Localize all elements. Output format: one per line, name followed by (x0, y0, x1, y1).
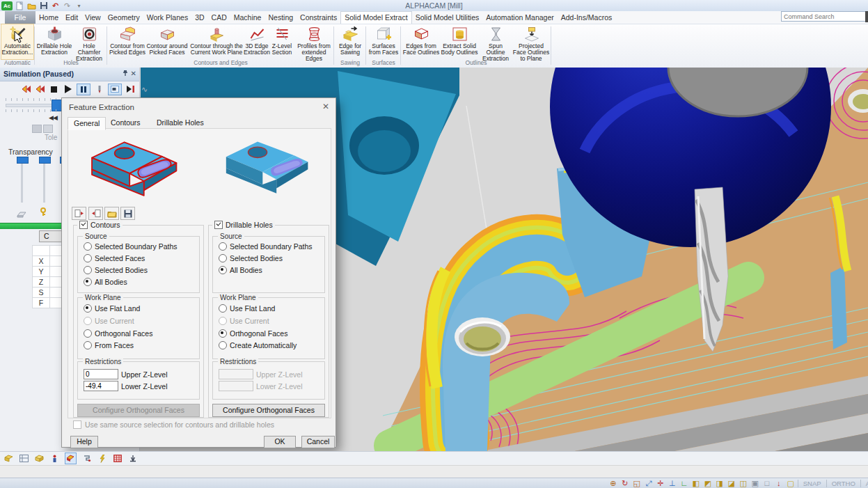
ok-button[interactable]: OK (264, 436, 296, 448)
go-to-start-icon[interactable] (21, 84, 31, 95)
probe-icon[interactable] (127, 453, 138, 464)
contours-source-boundary-radio[interactable] (84, 242, 92, 251)
view-cube-outline-icon[interactable]: □ (762, 479, 772, 488)
iso-view-icon[interactable]: ◧ (691, 479, 701, 488)
contours-checkbox[interactable] (79, 221, 88, 229)
open-feature-settings-button[interactable] (104, 207, 119, 220)
axes-icon[interactable]: ✛ (656, 479, 665, 488)
dialog-tab-drillable-holes[interactable]: Drillable Holes (151, 117, 210, 129)
snap-toggle[interactable]: SNAP (800, 480, 824, 487)
rapid-moves-icon[interactable] (97, 453, 107, 464)
tab-file[interactable]: File (5, 11, 35, 24)
hole-chamfer-extraction-button[interactable]: Hole Chamfer Extraction (72, 24, 106, 59)
collapse-arrows-icon[interactable]: ◀◀ (49, 114, 57, 121)
z-level-section-button[interactable]: Z-Level Section (269, 24, 295, 59)
contour-from-picked-edges-button[interactable]: Contour from Picked Edges (109, 24, 146, 59)
holes-source-bodies-radio[interactable] (219, 254, 227, 262)
contours-lower-z-input[interactable] (84, 381, 118, 391)
tab-home[interactable]: Home (35, 11, 62, 24)
command-search-input[interactable] (781, 11, 868, 22)
simulation-options-icon[interactable]: ∿ (139, 84, 150, 95)
simulation-mode-icon[interactable] (65, 452, 77, 464)
holes-wp-orthogonal-radio[interactable] (219, 329, 227, 338)
same-source-checkbox[interactable] (73, 420, 81, 429)
tab-machine[interactable]: Machine (230, 11, 265, 24)
nc-code-icon[interactable] (112, 453, 123, 464)
rotate-view-icon[interactable]: ↻ (620, 479, 630, 488)
dialog-tab-contours[interactable]: Contours (105, 117, 146, 129)
z-down-icon[interactable]: ↓ (774, 479, 784, 488)
view-cube-plain-icon[interactable]: ▣ (750, 479, 760, 488)
tab-constraints[interactable]: Constraints (297, 11, 340, 24)
close-panel-icon[interactable]: ✕ (131, 70, 136, 77)
iso-view-icon[interactable]: ◫ (739, 479, 748, 488)
z-axis-icon[interactable]: ∟ (679, 479, 689, 488)
zoom-window-icon[interactable]: ◱ (632, 479, 642, 488)
rotate-sphere-icon[interactable]: ⊕ (608, 479, 618, 488)
cancel-button[interactable]: Cancel (301, 436, 335, 448)
pause-icon[interactable] (77, 84, 90, 95)
spun-outline-extraction-button[interactable]: Spun Outline Extraction (479, 24, 512, 59)
simulation-panel-header[interactable]: Simulation (Paused) ✕ (0, 68, 139, 81)
surfaces-from-faces-button[interactable]: Surfaces from Faces (368, 24, 400, 59)
geometries-icon[interactable] (3, 453, 14, 464)
extract-solid-body-outlines-button[interactable]: Extract Solid Body Outlines (440, 24, 479, 59)
clamping-icon[interactable] (81, 453, 92, 464)
save-feature-settings-button[interactable] (120, 207, 135, 220)
tab-3d[interactable]: 3D (191, 11, 207, 24)
fast-rewind-icon[interactable] (35, 84, 45, 95)
dialog-close-icon[interactable]: ✕ (322, 102, 329, 111)
pin-icon[interactable] (123, 70, 128, 78)
holes-source-all-bodies-radio[interactable] (219, 266, 227, 274)
tab-cad[interactable]: CAD (208, 11, 230, 24)
sheet-layout-icon[interactable] (19, 453, 29, 464)
edge-for-sawing-button[interactable]: Edge for Sawing (336, 24, 365, 59)
auto-toggle[interactable]: AU (863, 480, 868, 487)
contours-source-all-bodies-radio[interactable] (84, 278, 92, 286)
dynamic-zoom-icon[interactable]: ⤢ (644, 479, 654, 488)
iso-view-icon[interactable]: ◨ (715, 479, 725, 488)
contours-upper-z-input[interactable] (84, 369, 118, 379)
contour-through-work-plane-button[interactable]: Contour through the Current Work Plane (188, 24, 245, 59)
iso-view-icon[interactable]: ◪ (727, 479, 736, 488)
3d-edge-extraction-button[interactable]: 3D Edge Extraction (245, 24, 269, 59)
holes-source-boundary-radio[interactable] (219, 242, 227, 251)
add-feature-set-button[interactable] (72, 207, 86, 220)
contours-source-bodies-radio[interactable] (84, 266, 92, 274)
holes-wp-create-auto-radio[interactable] (219, 341, 227, 349)
tab-nesting[interactable]: Nesting (265, 11, 297, 24)
tab-edit[interactable]: Edit (62, 11, 81, 24)
holes-configure-orthogonal-button[interactable]: Configure Orthogonal Faces (212, 404, 325, 417)
help-button[interactable]: Help (70, 436, 98, 448)
contours-wp-orthogonal-radio[interactable] (84, 329, 92, 338)
ortho-toggle[interactable]: ORTHO (829, 480, 858, 487)
tab-geometry[interactable]: Geometry (104, 11, 143, 24)
iso-view-icon[interactable]: ◩ (703, 479, 713, 488)
solids-icon[interactable] (34, 453, 45, 464)
toolpath-display-icon[interactable] (108, 84, 122, 95)
tab-view[interactable]: View (81, 11, 104, 24)
drillable-hole-extraction-button[interactable]: Drillable Hole Extraction (36, 24, 72, 59)
drillable-holes-checkbox[interactable] (214, 221, 223, 229)
contours-source-faces-radio[interactable] (84, 254, 92, 262)
tool-display-icon[interactable] (94, 84, 104, 95)
dialog-tab-general[interactable]: General (68, 117, 106, 130)
play-icon[interactable] (63, 84, 73, 95)
profiles-from-extended-edges-button[interactable]: Profiles from extended Edges (295, 24, 333, 59)
work-plane-axes-icon[interactable]: ⊥ (668, 479, 677, 488)
key-icon[interactable] (39, 207, 47, 219)
insert-feature-set-button[interactable] (88, 207, 103, 220)
tab-add-ins-macros[interactable]: Add-Ins/Macros (558, 11, 616, 24)
contours-wp-flat-land-radio[interactable] (84, 304, 92, 313)
tab-solid-model-utilities[interactable]: Solid Model Utilities (412, 11, 483, 24)
tab-work-planes[interactable]: Work Planes (143, 11, 191, 24)
holes-wp-flat-land-radio[interactable] (219, 304, 227, 313)
tooling-icon[interactable] (49, 453, 60, 464)
eraser-icon[interactable] (17, 208, 26, 221)
contour-around-picked-faces-button[interactable]: Contour around Picked Faces (146, 24, 188, 59)
projected-face-outlines-button[interactable]: Projected Face Outlines to Plane (512, 24, 550, 59)
flat-plane-icon[interactable]: ▢ (786, 479, 796, 488)
stop-icon[interactable] (49, 84, 59, 95)
tab-solid-model-extract[interactable]: Solid Model Extract (340, 11, 411, 24)
step-forward-icon[interactable] (125, 84, 136, 95)
